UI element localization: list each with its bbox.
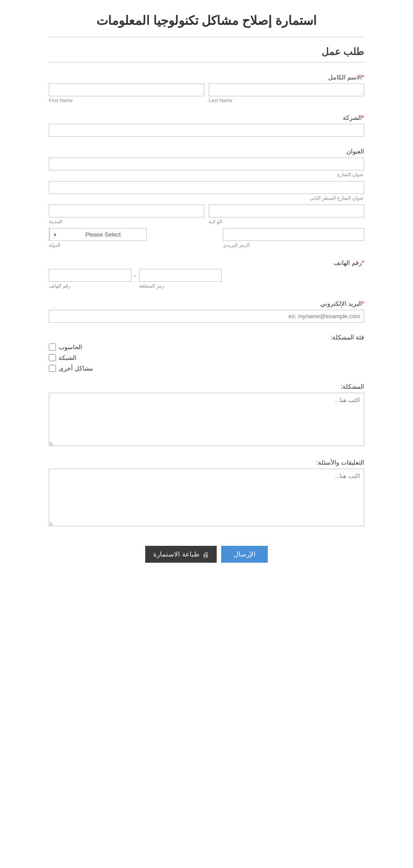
company-label: *الشركة [49,114,364,121]
first-name-input[interactable] [49,83,204,96]
last-name-label: Last Name [209,98,232,103]
street2-input[interactable] [49,181,364,194]
checkbox-network-label: الشبكة [59,354,76,361]
checkbox-other-label: مشاكل أخرى [59,365,93,372]
phone-main-input[interactable] [49,269,131,282]
country-select-container: Please Select ∨ [49,228,147,241]
page-title: استمارة إصلاح مشاكل تكنولوجيا المعلومات [49,13,364,28]
street1-input[interactable] [49,158,364,170]
print-icon: 🖨 [202,551,209,558]
comments-textarea[interactable] [49,469,364,526]
zip-col: الرمز البريدي [223,228,364,248]
address-label: العنوان [49,148,364,155]
city-input[interactable] [49,205,204,217]
problem-category-label: فئة المشكلة: [49,334,364,341]
checkbox-network-input[interactable] [49,354,56,361]
section-divider [49,62,364,63]
problem-label: المشكلة: [49,383,364,390]
required-star-phone: * [362,259,364,266]
print-label: طباعة الاستمارة [153,550,199,558]
company-group: *الشركة [49,114,364,137]
email-group: *البريد الإلكتروني [49,300,364,323]
email-label: *البريد الإلكتروني [49,300,364,307]
checkbox-group: الحاسوب الشبكة مشاكل أخرى [49,343,364,372]
company-input[interactable] [49,124,364,137]
checkbox-other-input[interactable] [49,365,56,372]
phone-area-label: رمز المنطقة [139,283,164,289]
required-star: * [362,74,364,81]
comments-group: التعليقات والأسئلة: [49,459,364,528]
comments-label: التعليقات والأسئلة: [49,459,364,466]
title-divider [49,37,364,37]
city-label: المدينة [49,219,62,225]
button-row: الإرسال 🖨 طباعة الاستمارة [49,546,364,563]
print-button[interactable]: 🖨 طباعة الاستمارة [145,546,216,563]
zip-label: الرمز البريدي [223,242,250,248]
required-star-company: * [362,114,364,121]
checkbox-computer: الحاسوب [49,343,82,351]
phone-area-input[interactable] [139,269,222,282]
state-label: الو لاية [209,219,222,225]
checkbox-computer-input[interactable] [49,343,56,351]
last-name-col: Last Name [209,83,364,103]
last-name-input[interactable] [209,83,364,96]
phone-group: *رقم الهاتف رقم الهاتف - رمز المنطقة [49,259,364,289]
phone-number-label: رقم الهاتف [49,283,70,289]
phone-row: رقم الهاتف - رمز المنطقة [49,269,364,289]
problem-group: المشكلة: [49,383,364,448]
problem-category-group: فئة المشكلة: الحاسوب الشبكة مشاكل أخرى [49,334,364,372]
required-star-email: * [362,300,364,307]
full-name-row: First Name Last Name [49,83,364,103]
state-col: الو لاية [209,205,364,225]
country-arrow[interactable]: ∨ [49,229,60,241]
submit-button[interactable]: الإرسال [221,546,268,563]
email-input[interactable] [49,310,364,323]
checkbox-other: مشاكل أخرى [49,365,93,372]
zip-input[interactable] [223,228,364,241]
phone-label: *رقم الهاتف [49,259,364,266]
problem-textarea[interactable] [49,393,364,446]
full-name-label: *الاسم الكامل [49,74,364,81]
country-label: الدولة [49,242,60,248]
phone-separator: - [131,269,139,282]
checkbox-computer-label: الحاسوب [59,343,82,351]
first-name-label: First Name [49,98,73,103]
checkbox-network: الشبكة [49,354,76,361]
state-input[interactable] [209,205,364,217]
section-title: طلب عمل [49,46,364,58]
phone-main-col: رقم الهاتف [49,269,131,289]
city-col: المدينة [49,205,204,225]
first-name-col: First Name [49,83,204,103]
full-name-group: *الاسم الكامل First Name Last Name [49,74,364,103]
country-col: Please Select ∨ الدولة [49,228,218,248]
street2-label: عنوان الشارع السطر الثاني [49,195,364,201]
phone-area-col: رمز المنطقة [139,269,222,289]
country-placeholder: Please Select [60,229,146,241]
address-group: العنوان عنوان الشارع عنوان الشارع السطر … [49,148,364,248]
street1-label: عنوان الشارع [49,172,364,178]
